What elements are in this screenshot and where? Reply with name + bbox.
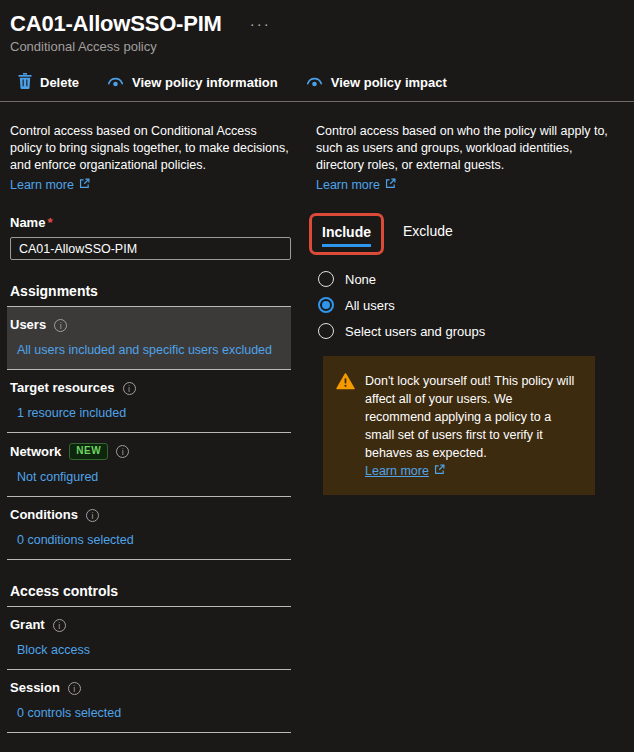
left-description: Control access based on Conditional Acce…	[10, 123, 291, 174]
grant-value-link[interactable]: Block access	[17, 642, 90, 658]
external-link-icon	[79, 178, 90, 192]
lockout-warning-banner: Don't lock yourself out! This policy wil…	[323, 356, 595, 495]
item-divider	[7, 559, 291, 560]
warning-learn-more-link[interactable]: Learn more	[365, 462, 445, 480]
radio-label: Select users and groups	[345, 324, 485, 339]
click-annotation-box: Include	[309, 213, 384, 255]
learn-more-label: Learn more	[10, 178, 74, 192]
header-divider	[0, 101, 634, 102]
learn-more-label: Learn more	[316, 178, 380, 192]
info-icon[interactable]: i	[54, 319, 67, 332]
session-value-link[interactable]: 0 controls selected	[17, 705, 121, 721]
users-value-link[interactable]: All users included and specific users ex…	[17, 342, 272, 358]
warning-message: Don't lock yourself out! This policy wil…	[365, 374, 574, 460]
content-columns: Control access based on Conditional Acce…	[0, 123, 634, 733]
info-icon[interactable]: i	[86, 509, 99, 522]
policy-name-input[interactable]	[10, 237, 291, 260]
policy-settings-column: Control access based on Conditional Acce…	[10, 123, 291, 733]
tab-exclude[interactable]: Exclude	[403, 223, 453, 243]
right-description: Control access based on who the policy w…	[316, 123, 608, 174]
target-resources-value-link[interactable]: 1 resource included	[17, 405, 126, 421]
radio-label: All users	[345, 298, 395, 313]
item-label: Users	[10, 317, 46, 333]
conditional-access-policy-page: CA01-AllowSSO-PIM ··· Conditional Access…	[0, 0, 634, 752]
left-learn-more-link[interactable]: Learn more	[10, 178, 90, 192]
view-eye-icon	[306, 75, 323, 91]
radio-icon[interactable]	[318, 323, 334, 339]
item-label: Session	[10, 680, 60, 696]
name-field-label: Name*	[10, 215, 291, 230]
item-label: Network	[10, 444, 61, 460]
network-value-link[interactable]: Not configured	[17, 469, 98, 485]
radio-icon[interactable]	[318, 271, 334, 287]
toolbar-label: Delete	[40, 75, 79, 90]
radio-all-users[interactable]: All users	[316, 292, 608, 318]
delete-button[interactable]: Delete	[18, 73, 79, 92]
access-controls-heading: Access controls	[10, 583, 291, 599]
external-link-icon	[385, 178, 396, 192]
conditions-item[interactable]: Conditions i 0 conditions selected	[7, 497, 291, 559]
network-item[interactable]: Network NEW i Not configured	[7, 433, 291, 496]
toolbar-label: View policy impact	[331, 75, 447, 90]
tab-include[interactable]: Include	[322, 224, 371, 247]
view-policy-information-button[interactable]: View policy information	[107, 75, 278, 91]
name-label-text: Name	[10, 215, 45, 230]
grant-item[interactable]: Grant i Block access	[7, 607, 291, 669]
info-icon[interactable]: i	[123, 382, 136, 395]
item-label: Conditions	[10, 507, 78, 523]
view-eye-icon	[107, 75, 124, 91]
more-options-icon[interactable]: ···	[246, 13, 275, 34]
page-header: CA01-AllowSSO-PIM ··· Conditional Access…	[0, 0, 634, 101]
trash-icon	[18, 73, 32, 92]
required-asterisk: *	[47, 215, 52, 230]
command-bar: Delete View policy information View poli…	[10, 69, 624, 101]
page-title: CA01-AllowSSO-PIM	[10, 12, 222, 36]
assignments-heading: Assignments	[10, 283, 291, 299]
info-icon[interactable]: i	[68, 682, 81, 695]
radio-none[interactable]: None	[316, 266, 608, 292]
warning-text: Don't lock yourself out! This policy wil…	[365, 372, 581, 480]
learn-more-label: Learn more	[365, 462, 429, 480]
right-learn-more-link[interactable]: Learn more	[316, 178, 396, 192]
target-resources-item[interactable]: Target resources i 1 resource included	[7, 370, 291, 432]
item-label: Target resources	[10, 380, 115, 396]
session-item[interactable]: Session i 0 controls selected	[7, 670, 291, 732]
conditions-value-link[interactable]: 0 conditions selected	[17, 532, 134, 548]
toolbar-label: View policy information	[132, 75, 278, 90]
radio-label: None	[345, 272, 376, 287]
page-subtitle: Conditional Access policy	[10, 39, 624, 54]
item-divider	[7, 732, 291, 733]
include-exclude-tabs: Include Exclude	[316, 213, 608, 255]
info-icon[interactable]: i	[53, 619, 66, 632]
radio-icon[interactable]	[318, 297, 334, 313]
include-radio-group: None All users Select users and groups	[316, 266, 608, 344]
warning-triangle-icon	[336, 373, 355, 480]
external-link-icon	[434, 462, 445, 480]
radio-select-users-and-groups[interactable]: Select users and groups	[316, 318, 608, 344]
info-icon[interactable]: i	[116, 445, 129, 458]
item-label: Grant	[10, 617, 45, 633]
users-item[interactable]: Users i All users included and specific …	[7, 307, 291, 369]
title-row: CA01-AllowSSO-PIM ···	[10, 12, 624, 36]
users-assignment-column: Control access based on who the policy w…	[316, 123, 608, 733]
view-policy-impact-button[interactable]: View policy impact	[306, 75, 447, 91]
new-badge: NEW	[69, 443, 108, 460]
